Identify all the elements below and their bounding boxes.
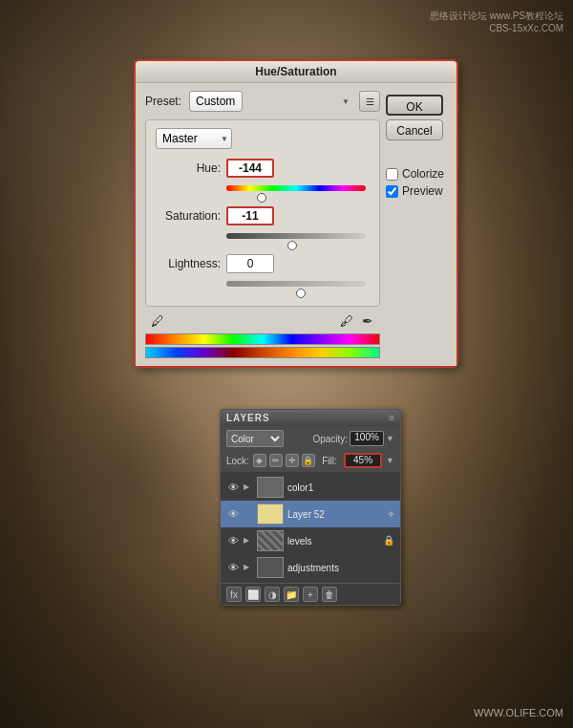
- rainbow-bar-bottom: [145, 347, 380, 358]
- layer-thumb-levels: [257, 530, 284, 551]
- colorize-checkbox[interactable]: [386, 168, 398, 181]
- cursor-icon: ⌖: [388, 507, 394, 521]
- layer-thumb-color1: [257, 477, 284, 498]
- layer-name-levels: levels: [287, 536, 379, 546]
- delete-layer-button[interactable]: 🗑: [322, 587, 337, 602]
- watermark-top: 思络设计论坛 www.PS教程论坛 CBS-15xXc.COM: [430, 10, 563, 33]
- layers-controls: Color Opacity: 100% ▼: [221, 426, 400, 451]
- layer-eye-layer52[interactable]: 👁: [226, 507, 240, 521]
- colorize-label: Colorize: [402, 167, 444, 181]
- layer-eye-color1[interactable]: 👁: [226, 481, 240, 494]
- add-style-button[interactable]: fx: [226, 587, 242, 602]
- lock-image-icon[interactable]: ✏: [269, 454, 283, 467]
- hue-input[interactable]: [226, 159, 274, 178]
- layers-bottom: fx ⬜ ◑ 📁 + 🗑: [221, 583, 400, 605]
- hue-slider-thumb[interactable]: [257, 193, 266, 203]
- lightness-slider-track: [226, 281, 366, 287]
- rainbow-section: [145, 333, 380, 358]
- fill-row: Lock: ◈ ✏ ✛ 🔒 Fill: 45% ▼: [221, 451, 400, 472]
- layer-thumb-layer52: [257, 503, 284, 525]
- lock-label: Lock:: [226, 456, 249, 466]
- cancel-button[interactable]: Cancel: [386, 119, 443, 140]
- hue-label: Hue:: [156, 161, 221, 175]
- new-group-button[interactable]: 📁: [284, 587, 299, 602]
- master-row: Master: [156, 128, 370, 149]
- opacity-row: Opacity: 100% ▼: [312, 431, 394, 446]
- hue-slider-track: [226, 185, 366, 191]
- ok-button[interactable]: OK: [386, 95, 443, 116]
- master-section: Master Hue:: [145, 119, 380, 307]
- eyedropper-icon[interactable]: 🖊: [149, 312, 166, 330]
- layer-arrow-color1: ▶: [244, 482, 253, 492]
- fill-arrow[interactable]: ▼: [386, 456, 394, 465]
- saturation-label: Saturation:: [156, 209, 221, 223]
- layer-item-levels[interactable]: 👁 ▶ levels 🔒: [221, 527, 400, 554]
- hue-saturation-dialog: Hue/Saturation Preset: Custom ☰: [134, 59, 458, 368]
- layer-eye-adjustments[interactable]: 👁: [226, 561, 240, 574]
- layer-lock-icon: 🔒: [383, 535, 394, 546]
- preview-row: Preview: [386, 184, 447, 198]
- saturation-slider-track-wrapper: [226, 233, 366, 246]
- lock-all-icon[interactable]: 🔒: [302, 454, 315, 467]
- lock-position-icon[interactable]: ✛: [286, 454, 299, 467]
- layers-title-icons: ≡: [389, 413, 394, 423]
- lightness-row: Lightness:: [156, 254, 370, 273]
- new-adjustment-button[interactable]: ◑: [265, 587, 280, 602]
- dialog-body: Preset: Custom ☰ Master: [136, 83, 456, 366]
- layers-list: 👁 ▶ color1 👁 Layer 52 ⌖ 👁 ▶ levels 🔒 👁 ▶: [221, 472, 400, 583]
- hue-slider-track-wrapper: [226, 185, 366, 199]
- new-layer-button[interactable]: +: [303, 587, 318, 602]
- dialog-title: Hue/Saturation: [255, 65, 336, 78]
- saturation-input[interactable]: [226, 206, 274, 225]
- lightness-slider-track-wrapper: [226, 281, 366, 294]
- dialog-main: Preset: Custom ☰ Master: [145, 91, 380, 358]
- saturation-slider-container: [156, 233, 370, 254]
- layer-arrow-levels: ▶: [244, 536, 253, 546]
- colorize-row: Colorize: [386, 167, 447, 181]
- layers-titlebar: LAYERS ≡: [221, 410, 400, 426]
- layer-item-color1[interactable]: 👁 ▶ color1: [221, 474, 400, 501]
- preset-row: Preset: Custom ☰: [145, 91, 380, 112]
- preview-checkbox[interactable]: [386, 185, 398, 198]
- blend-mode-select[interactable]: Color: [226, 430, 284, 447]
- saturation-row: Saturation:: [156, 206, 370, 225]
- layers-menu-icon[interactable]: ≡: [389, 413, 394, 423]
- fill-value[interactable]: 45%: [344, 453, 382, 468]
- opacity-arrow[interactable]: ▼: [386, 434, 394, 443]
- lock-transparent-icon[interactable]: ◈: [253, 454, 266, 467]
- add-mask-button[interactable]: ⬜: [245, 587, 261, 602]
- rainbow-bar-top: [145, 333, 380, 345]
- lightness-slider-thumb[interactable]: [296, 289, 306, 298]
- preset-select[interactable]: Custom: [189, 91, 243, 112]
- opacity-label: Opacity:: [312, 434, 348, 444]
- eyedropper-icons-group: 🖋 ✒: [338, 312, 376, 330]
- opacity-value[interactable]: 100%: [350, 431, 384, 446]
- saturation-slider-thumb[interactable]: [287, 241, 297, 250]
- layers-title: LAYERS: [226, 413, 270, 423]
- layers-panel: LAYERS ≡ Color Opacity: 100% ▼ Lock: ◈ ✏…: [220, 409, 401, 606]
- layer-eye-levels[interactable]: 👁: [226, 534, 240, 547]
- dialog-side: OK Cancel Colorize Preview: [380, 91, 447, 358]
- preset-label: Preset:: [145, 95, 183, 108]
- dialog-content: Preset: Custom ☰ Master: [145, 91, 447, 358]
- layer-name-color1: color1: [287, 482, 394, 493]
- hue-row: Hue:: [156, 159, 370, 178]
- bottom-icons-row: 🖊 🖋 ✒: [145, 312, 380, 330]
- lightness-label: Lightness:: [156, 257, 221, 270]
- preset-menu-button[interactable]: ☰: [359, 91, 380, 112]
- dialog-titlebar: Hue/Saturation: [136, 61, 456, 83]
- master-select[interactable]: Master: [156, 128, 232, 149]
- fill-label: Fill:: [322, 456, 337, 466]
- lock-icons: ◈ ✏ ✛ 🔒: [253, 454, 315, 467]
- eyedropper-subtract-icon[interactable]: ✒: [359, 312, 376, 330]
- layer-item-layer52[interactable]: 👁 Layer 52 ⌖: [221, 501, 400, 527]
- layer-name-layer52: Layer 52: [287, 509, 384, 520]
- layer-item-adjustments[interactable]: 👁 ▶ adjustments: [221, 554, 400, 581]
- layer-arrow-layer52: [244, 509, 253, 519]
- master-select-wrapper: Master: [156, 128, 232, 149]
- preset-select-wrapper: Custom: [189, 91, 353, 112]
- eyedropper-add-icon[interactable]: 🖋: [338, 312, 355, 330]
- lightness-input[interactable]: [226, 254, 274, 273]
- layer-arrow-adjustments: ▶: [244, 563, 253, 572]
- layer-thumb-adjustments: [257, 557, 284, 578]
